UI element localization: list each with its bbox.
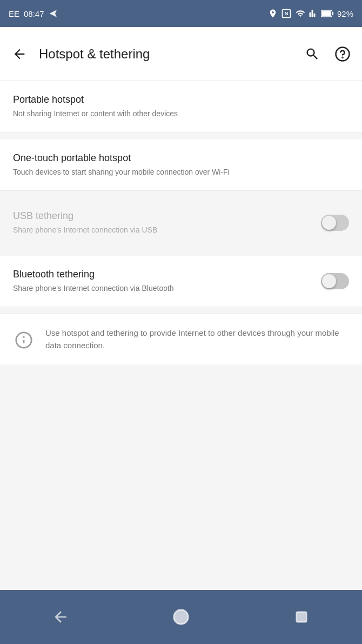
content-area: Portable hotspot Not sharing Internet or… (0, 81, 362, 590)
portable-hotspot-title: Portable hotspot (13, 94, 319, 105)
separator-4 (0, 307, 362, 314)
usb-tethering-toggle-knob (322, 216, 336, 230)
navigation-icon (49, 9, 58, 18)
bluetooth-tethering-item[interactable]: Bluetooth tethering Share phone's Intern… (0, 256, 362, 308)
status-bar: EE 08:47 N 92% (0, 0, 362, 27)
wifi-icon (295, 9, 306, 18)
search-button[interactable] (301, 43, 323, 65)
bluetooth-tethering-toggle[interactable] (321, 273, 349, 289)
status-right: N 92% (268, 8, 353, 19)
page-title: Hotspot & tethering (39, 47, 293, 62)
nav-recents-icon (294, 609, 309, 625)
battery-icon (321, 9, 334, 18)
toolbar: Hotspot & tethering (0, 27, 362, 81)
svg-rect-4 (321, 11, 331, 16)
one-touch-hotspot-subtitle: Touch devices to start sharing your mobi… (13, 167, 319, 178)
usb-tethering-subtitle: Share phone's Internet connection via US… (13, 225, 319, 236)
back-arrow-icon (12, 47, 27, 62)
svg-text:N: N (285, 11, 289, 16)
svg-point-6 (342, 57, 343, 57)
nav-back-icon (52, 608, 69, 626)
svg-rect-3 (332, 12, 334, 15)
alarm-icon (268, 9, 278, 18)
info-section: Use hotspot and tethering to provide Int… (0, 314, 362, 364)
portable-hotspot-item[interactable]: Portable hotspot Not sharing Internet or… (0, 81, 362, 133)
separator-3 (0, 249, 362, 256)
svg-point-10 (174, 610, 189, 625)
separator-2 (0, 191, 362, 197)
usb-tethering-toggle[interactable] (321, 215, 349, 231)
settings-list: Portable hotspot Not sharing Internet or… (0, 81, 362, 364)
info-circle-icon (15, 331, 33, 349)
bluetooth-tethering-title: Bluetooth tethering (13, 269, 319, 280)
toolbar-actions (301, 43, 353, 65)
usb-tethering-title: USB tethering (13, 210, 319, 222)
one-touch-hotspot-title: One-touch portable hotspot (13, 152, 319, 164)
bluetooth-tethering-toggle-knob (322, 274, 336, 288)
usb-tethering-item[interactable]: USB tethering Share phone's Internet con… (0, 197, 362, 249)
battery-text: 92% (337, 9, 353, 18)
bluetooth-tethering-toggle-container (321, 273, 349, 289)
nfc-icon: N (281, 8, 292, 19)
nav-home-icon (172, 608, 190, 626)
svg-rect-11 (297, 612, 307, 622)
back-button[interactable] (9, 43, 30, 65)
one-touch-hotspot-item[interactable]: One-touch portable hotspot Touch devices… (0, 140, 362, 191)
portable-hotspot-subtitle: Not sharing Internet or content with oth… (13, 109, 319, 119)
time-text: 08:47 (24, 9, 44, 18)
search-icon (305, 47, 320, 62)
nav-back-button[interactable] (44, 601, 77, 633)
help-icon (334, 46, 351, 62)
info-icon-container (13, 329, 35, 351)
info-text: Use hotspot and tethering to provide Int… (45, 327, 349, 351)
nav-home-button[interactable] (165, 601, 197, 633)
separator-1 (0, 133, 362, 140)
usb-tethering-toggle-container (321, 215, 349, 231)
bottom-nav (0, 590, 362, 644)
nav-recents-button[interactable] (285, 601, 318, 633)
bluetooth-tethering-subtitle: Share phone's Internet connection via Bl… (13, 283, 319, 294)
status-left: EE 08:47 (9, 9, 58, 18)
carrier-text: EE (9, 9, 19, 18)
signal-icon (309, 9, 318, 18)
help-button[interactable] (332, 43, 353, 65)
